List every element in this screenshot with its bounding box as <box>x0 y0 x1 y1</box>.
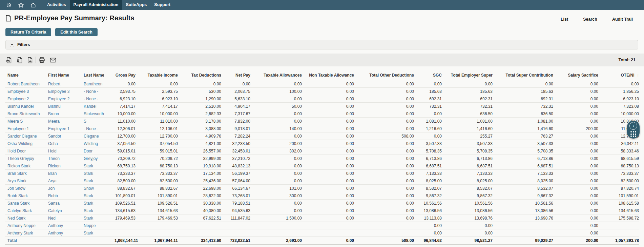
name-cell[interactable]: Hold <box>45 147 81 155</box>
column-header-salary-sacrifice[interactable]: Salary Sacrifice <box>556 70 601 80</box>
employee-name-link[interactable]: Theon Greyjoy <box>7 156 34 161</box>
employee-name-link[interactable]: Hold Door <box>7 149 26 153</box>
employee-name-link[interactable]: Ned Stark <box>7 216 25 221</box>
name-cell[interactable]: Anthony <box>45 229 81 237</box>
last-name-link[interactable]: Clegane <box>84 134 99 139</box>
first-name-link[interactable]: Robert <box>48 82 60 86</box>
header-link-list[interactable]: List <box>561 17 568 22</box>
first-name-link[interactable]: Bran <box>48 171 57 176</box>
first-name-link[interactable]: Jon <box>48 186 55 191</box>
name-cell[interactable]: Employee 2 <box>5 95 45 103</box>
plus-box-icon[interactable] <box>10 43 14 47</box>
name-cell[interactable]: Ned <box>45 214 81 222</box>
name-cell[interactable]: Bran <box>45 170 81 177</box>
column-header-taxable-allowances[interactable]: Taxable Allowances <box>253 70 305 80</box>
employee-name-link[interactable]: Bran Stark <box>7 171 27 176</box>
employee-name-link[interactable]: Sansa Stark <box>7 201 29 206</box>
name-cell[interactable]: Employee 1 <box>45 125 81 132</box>
name-cell[interactable]: Stark <box>81 207 112 214</box>
name-cell[interactable]: Bishnu Kandel <box>5 103 45 110</box>
first-name-link[interactable]: Ned <box>48 216 56 221</box>
name-cell[interactable]: Stark <box>81 200 112 207</box>
last-name-link[interactable]: S <box>84 119 86 124</box>
column-header-net-pay[interactable]: Net Pay <box>224 70 253 80</box>
header-link-search[interactable]: Search <box>583 17 597 22</box>
employee-name-link[interactable]: Employee 1 <box>7 126 29 131</box>
employee-name-link[interactable]: Robert Baratheon <box>7 82 40 86</box>
name-cell[interactable]: Employee 2 <box>45 95 81 103</box>
employee-name-link[interactable]: Arya Stark <box>7 179 26 183</box>
name-cell[interactable]: Stark <box>81 229 112 237</box>
dialpad-icon[interactable] <box>630 131 636 137</box>
first-name-link[interactable]: Sandor <box>48 134 61 139</box>
first-name-link[interactable]: Employee 3 <box>48 89 69 94</box>
first-name-link[interactable]: Bishnu <box>48 104 61 109</box>
csv-export-icon[interactable] <box>6 57 12 63</box>
last-name-link[interactable]: Stark <box>84 193 93 198</box>
employee-name-link[interactable]: Anthony Neppe <box>7 223 36 228</box>
last-name-link[interactable]: Stark <box>84 216 93 221</box>
last-name-link[interactable]: Baratheon <box>84 82 102 86</box>
employee-name-link[interactable]: Bishnu Kandel <box>7 104 34 109</box>
return-to-criteria-button[interactable]: Return To Criteria <box>5 28 51 36</box>
email-icon[interactable] <box>50 58 56 63</box>
column-header-total-employer-super[interactable]: Total Employer Super <box>444 70 495 80</box>
name-cell[interactable]: Robb Stark <box>5 192 45 200</box>
column-header-taxable-income[interactable]: Taxable Income <box>138 70 181 80</box>
favorites-star-icon[interactable] <box>15 2 27 8</box>
floating-panel-toggle[interactable]: i <box>627 121 640 139</box>
last-name-link[interactable]: Snow <box>84 186 94 191</box>
first-name-link[interactable]: Anthony <box>48 231 63 235</box>
name-cell[interactable]: Catelyn <box>45 207 81 214</box>
name-cell[interactable]: Bronn Stokeworth <box>5 110 45 118</box>
employee-name-link[interactable]: Osha Wildling <box>7 141 33 146</box>
name-cell[interactable]: Employee 1 <box>5 125 45 132</box>
edit-this-search-button[interactable]: Edit this Search <box>55 28 97 36</box>
name-cell[interactable]: Door <box>81 147 112 155</box>
name-cell[interactable]: Baratheon <box>81 80 112 88</box>
print-icon[interactable] <box>39 57 45 63</box>
first-name-link[interactable]: Arya <box>48 179 57 183</box>
name-cell[interactable]: Robert <box>45 80 81 88</box>
name-cell[interactable]: Sansa <box>45 200 81 207</box>
employee-name-link[interactable]: Employee 3 <box>7 89 29 94</box>
column-header-total-other-deductions[interactable]: Total Other Deductions <box>357 70 417 80</box>
employee-name-link[interactable]: Robb Stark <box>7 193 28 198</box>
employee-name-link[interactable]: Meera S <box>7 119 23 124</box>
excel-export-icon[interactable] <box>17 57 22 63</box>
pdf-export-icon[interactable] <box>27 57 33 63</box>
first-name-link[interactable]: Catelyn <box>48 208 62 213</box>
employee-name-link[interactable]: Catelyn Stark <box>7 208 32 213</box>
first-name-link[interactable]: Rickon <box>48 164 61 168</box>
name-cell[interactable]: Bran Stark <box>5 170 45 177</box>
name-cell[interactable]: - None - <box>81 95 112 103</box>
history-icon[interactable] <box>3 2 15 8</box>
name-cell[interactable]: Anthony Stark <box>5 229 45 237</box>
name-cell[interactable]: Neppe <box>81 222 112 229</box>
nav-item-payroll-administration[interactable]: Payroll Administration <box>70 0 122 10</box>
last-name-link[interactable]: Stark <box>84 208 93 213</box>
name-cell[interactable]: Arya Stark <box>5 177 45 185</box>
first-name-link[interactable]: Meera <box>48 119 60 124</box>
name-cell[interactable]: Ned Stark <box>5 214 45 222</box>
name-cell[interactable]: Sandor Clegane <box>5 132 45 140</box>
name-cell[interactable]: - None - <box>81 88 112 95</box>
last-name-link[interactable]: Stark <box>84 201 93 206</box>
name-cell[interactable]: Greyjoy <box>81 155 112 162</box>
employee-name-link[interactable]: Anthony Stark <box>7 231 33 235</box>
employee-name-link[interactable]: Bronn Stokeworth <box>7 111 40 116</box>
last-name-link[interactable]: - None - <box>84 126 98 131</box>
first-name-link[interactable]: Employee 1 <box>48 126 69 131</box>
last-name-link[interactable]: Stark <box>84 171 93 176</box>
column-header-name[interactable]: Name <box>5 70 45 80</box>
name-cell[interactable]: Theon <box>45 155 81 162</box>
name-cell[interactable]: Robert Baratheon <box>5 80 45 88</box>
column-header-last-name[interactable]: Last Name <box>81 70 112 80</box>
nav-item-suiteapps[interactable]: SuiteApps <box>122 0 151 10</box>
name-cell[interactable]: Stark <box>81 177 112 185</box>
name-cell[interactable]: Jon <box>45 185 81 192</box>
first-name-link[interactable]: Theon <box>48 156 60 161</box>
name-cell[interactable]: Stark <box>81 162 112 170</box>
name-cell[interactable]: Catelyn Stark <box>5 207 45 214</box>
employee-name-link[interactable]: Sandor Clegane <box>7 134 37 139</box>
